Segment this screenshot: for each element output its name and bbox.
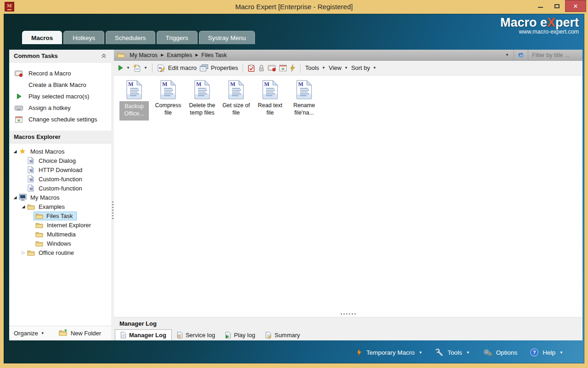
macro-file-icon xyxy=(160,80,176,99)
breadcrumb-arrow-icon: ▶ xyxy=(160,53,164,57)
tree-item-internet-explorer[interactable]: Internet Explorer xyxy=(9,220,111,230)
log-panel-splitter[interactable] xyxy=(114,311,582,317)
help-menu[interactable]: Help ▼ xyxy=(530,348,563,356)
caret-down-icon: ▼ xyxy=(373,66,377,70)
tree-item-custom-function-2[interactable]: Custom-function xyxy=(9,184,111,193)
help-icon xyxy=(530,348,538,356)
tree-item-my-macros[interactable]: ◢ My Macros xyxy=(9,193,111,202)
macro-tile-compress-file[interactable]: Compress file xyxy=(153,80,183,117)
folder-icon xyxy=(35,213,43,219)
view-menu-button[interactable]: View▼ xyxy=(329,64,348,71)
app-body: Macro eXpert www.macro-expert.com Macros… xyxy=(4,14,584,363)
close-icon: ✕ xyxy=(573,3,578,10)
tab-play-log[interactable]: Play log xyxy=(220,329,260,340)
window-title: Macro Expert [Enterprise - Registered] xyxy=(0,0,588,14)
trigger-button[interactable] xyxy=(290,64,295,72)
toolbar-separator xyxy=(152,63,153,73)
tree-item-choice-dialog[interactable]: Choice Dialog xyxy=(9,156,111,165)
tree-item-most-macros[interactable]: ◢ ★ Most Macros xyxy=(9,147,111,156)
sort-by-menu-button[interactable]: Sort by▼ xyxy=(351,64,376,71)
expander-open-icon[interactable]: ◢ xyxy=(12,195,18,200)
tab-macros[interactable]: Macros xyxy=(22,31,62,44)
expander-open-icon[interactable]: ◢ xyxy=(12,149,18,154)
caret-down-icon: ▼ xyxy=(418,351,422,355)
task-play-selected[interactable]: Play selected macro(s) xyxy=(9,91,111,102)
window-controls: ✕ xyxy=(532,0,586,12)
options-button[interactable]: Options xyxy=(483,348,518,356)
properties-button[interactable]: Properties xyxy=(200,64,238,71)
tab-systray-menu[interactable]: Systray Menu xyxy=(199,31,255,44)
filter-by-title-input[interactable] xyxy=(528,50,580,60)
macro-tile-delete-temp-files[interactable]: Delete the temp files xyxy=(187,80,217,117)
lock-macro-button[interactable] xyxy=(258,64,265,72)
temporary-macro-menu[interactable]: Temporary Macro ▼ xyxy=(356,349,422,356)
macro-tile-rename-filename[interactable]: Rename file'na... xyxy=(289,80,319,117)
close-button[interactable]: ✕ xyxy=(565,0,586,12)
breadcrumb-my-macros[interactable]: My Macros xyxy=(127,52,160,58)
task-create-blank-macro[interactable]: Create a Blank Macro xyxy=(9,79,111,91)
new-folder-button[interactable]: New Folder xyxy=(59,329,101,338)
collapse-chevron-icon[interactable] xyxy=(101,53,107,58)
record-button[interactable] xyxy=(268,65,276,71)
macros-explorer-header: Macros Explorer xyxy=(9,131,111,144)
tree-item-multimedia[interactable]: Multimedia xyxy=(9,230,111,239)
task-assign-hotkey[interactable]: Assign a hotkey xyxy=(9,102,111,114)
macro-file-icon xyxy=(296,80,312,99)
organize-button[interactable]: Organize ▼ xyxy=(14,330,45,337)
expander-closed-icon[interactable]: ▷ xyxy=(20,250,27,255)
tab-service-log[interactable]: Service log xyxy=(172,329,220,340)
macro-file-icon xyxy=(126,80,142,99)
macro-tile-backup-office[interactable]: Backup Office... xyxy=(119,80,149,121)
refresh-button[interactable] xyxy=(514,52,528,58)
common-tasks-list: Record a Macro Create a Blank Macro Play… xyxy=(9,63,111,131)
tools-menu-button[interactable]: Tools▼ xyxy=(305,64,325,71)
breadcrumb-folder-icon xyxy=(117,52,125,58)
tree-item-custom-function-1[interactable]: Custom-function xyxy=(9,174,111,184)
tab-schedulers[interactable]: Schedulers xyxy=(106,31,155,44)
tree-item-http-download[interactable]: HTTP Download xyxy=(9,165,111,174)
tree-item-windows[interactable]: Windows xyxy=(9,239,111,248)
sidebar: Common Tasks Record a Macro Create a Bla… xyxy=(9,50,111,340)
splitter-grip xyxy=(112,201,113,219)
maximize-button[interactable] xyxy=(548,0,565,12)
folder-icon xyxy=(35,231,43,237)
lightning-icon xyxy=(356,349,362,356)
brand-logo: Macro eXpert www.macro-expert.com xyxy=(500,16,579,35)
task-change-schedule[interactable]: Change schedule settings xyxy=(9,114,111,125)
run-macro-button[interactable] xyxy=(118,65,123,71)
tree-item-office-routine[interactable]: ▷ Office routine xyxy=(9,248,111,257)
folder-icon xyxy=(35,222,43,228)
breadcrumb-files-task[interactable]: Files Task xyxy=(199,52,229,58)
minimize-button[interactable] xyxy=(532,0,548,12)
folder-icon xyxy=(35,241,43,247)
new-folder-icon xyxy=(59,329,67,338)
macro-file-icon xyxy=(262,80,278,99)
tab-hotkeys[interactable]: Hotkeys xyxy=(63,31,104,44)
app-window: M Macro Expert [Enterprise - Registered]… xyxy=(0,0,588,368)
macro-tile-get-size-of-file[interactable]: Get size of file xyxy=(221,80,251,117)
tools-menu[interactable]: Tools ▼ xyxy=(435,348,469,356)
breadcrumb-dropdown-button[interactable]: ▼ xyxy=(501,53,514,57)
tab-manager-log[interactable]: Manager Log xyxy=(115,329,172,340)
macro-file-icon xyxy=(27,184,35,192)
expander-open-icon[interactable]: ◢ xyxy=(20,204,27,209)
breadcrumb-examples[interactable]: Examples xyxy=(164,52,194,58)
common-tasks-header: Common Tasks xyxy=(9,50,111,63)
keyboard-icon xyxy=(15,104,23,112)
macro-tile-read-text-file[interactable]: Read text file xyxy=(255,80,285,117)
calendar-icon xyxy=(279,65,287,71)
tab-triggers[interactable]: Triggers xyxy=(157,31,198,44)
task-record-macro[interactable]: Record a Macro xyxy=(9,68,111,79)
tab-summary[interactable]: Summary xyxy=(260,329,305,340)
new-dropdown-button[interactable]: ▼ xyxy=(144,66,147,70)
macros-tree: ◢ ★ Most Macros Choice Dialog HTTP Downl… xyxy=(9,144,111,257)
calendar-icon xyxy=(15,116,23,123)
run-dropdown-button[interactable]: ▼ xyxy=(126,66,130,70)
validate-macro-button[interactable] xyxy=(248,64,255,72)
new-macro-button[interactable] xyxy=(133,64,141,72)
new-document-icon xyxy=(133,64,141,72)
tree-item-files-task[interactable]: Files Task xyxy=(9,211,111,220)
edit-macro-button[interactable]: Edit macro xyxy=(157,64,197,72)
schedule-button[interactable] xyxy=(279,65,287,71)
tree-item-examples[interactable]: ◢ Examples xyxy=(9,202,111,211)
